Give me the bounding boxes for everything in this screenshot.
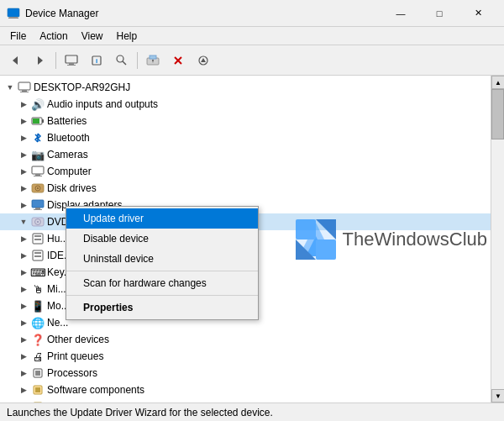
key-icon: ⌨ (30, 266, 45, 279)
svg-text:i: i (96, 57, 97, 65)
tree-item-other[interactable]: ▶ ❓ Other devices (0, 331, 491, 348)
computer-button[interactable] (60, 49, 83, 72)
print-icon: 🖨 (30, 350, 45, 363)
disk-icon (30, 182, 45, 195)
ctx-scan-hardware[interactable]: Scan for hardware changes (66, 273, 258, 293)
svg-point-30 (37, 187, 39, 189)
back-button[interactable] (3, 49, 27, 72)
scrollbar-up-button[interactable]: ▲ (491, 76, 504, 89)
main-area: ▼ DESKTOP-AR92GHJ ▶ 🔊 Audio inputs and o… (0, 76, 504, 403)
svg-rect-27 (34, 176, 42, 176)
tree-item-proc[interactable]: ▶ Processors (0, 365, 491, 382)
computer-label: Computer (47, 166, 92, 177)
svg-rect-38 (34, 235, 41, 237)
sw-comp-expand-icon[interactable]: ▶ (17, 383, 30, 397)
menu-file[interactable]: File (3, 29, 33, 44)
bluetooth-icon (30, 131, 45, 145)
ctx-properties[interactable]: Properties (66, 297, 258, 318)
scrollbar-down-button[interactable]: ▼ (491, 389, 504, 403)
tree-item-audio[interactable]: ▶ 🔊 Audio inputs and outputs (0, 96, 491, 113)
mi-icon: 🖱 (30, 282, 45, 296)
toolbar-sep-1 (55, 52, 56, 69)
hu-expand-icon[interactable]: ▶ (17, 232, 30, 245)
key-expand-icon[interactable]: ▶ (17, 266, 30, 279)
dvd-expand-icon[interactable]: ▼ (17, 215, 30, 229)
print-expand-icon[interactable]: ▶ (17, 350, 30, 363)
window-controls: — □ ✕ (381, 0, 497, 27)
tree-item-cameras[interactable]: ▶ 📷 Cameras (0, 146, 491, 163)
menu-help[interactable]: Help (110, 29, 144, 44)
uninstall-button[interactable] (166, 49, 190, 72)
ne-expand-icon[interactable]: ▶ (17, 316, 30, 329)
disk-label: Disk drives (47, 182, 97, 194)
svg-rect-6 (69, 63, 74, 65)
display-expand-icon[interactable]: ▶ (17, 198, 30, 212)
computer-expand-icon[interactable]: ▶ (17, 165, 30, 178)
audio-expand-icon[interactable]: ▶ (17, 97, 30, 111)
ctx-disable-device[interactable]: Disable device (66, 229, 258, 249)
svg-rect-7 (67, 65, 76, 66)
toolbar-sep-2 (137, 52, 138, 69)
dvd-icon (30, 215, 45, 229)
sw-dev-label: Software devices (47, 401, 123, 403)
ctx-uninstall-device[interactable]: Uninstall device (66, 249, 258, 269)
menu-view[interactable]: View (75, 29, 110, 44)
disk-expand-icon[interactable]: ▶ (17, 182, 30, 195)
update-driver-toolbar-button[interactable] (141, 49, 165, 72)
computer-icon (30, 165, 45, 178)
svg-rect-44 (35, 371, 40, 376)
tree-item-sw-comp[interactable]: ▶ Software components (0, 382, 491, 398)
sw-dev-icon (30, 400, 45, 403)
sw-dev-expand-icon[interactable]: ▶ (17, 400, 30, 403)
bluetooth-label: Bluetooth (47, 132, 90, 144)
root-label: DESKTOP-AR92GHJ (34, 82, 130, 93)
sw-comp-icon (30, 383, 45, 397)
ctx-update-driver[interactable]: Update driver (66, 208, 258, 229)
menu-bar: File Action View Help (0, 27, 504, 45)
svg-point-10 (117, 55, 123, 62)
proc-expand-icon[interactable]: ▶ (17, 366, 30, 380)
tree-item-print[interactable]: ▶ 🖨 Print queues (0, 348, 491, 365)
close-button[interactable]: ✕ (459, 0, 497, 27)
menu-action[interactable]: Action (33, 29, 74, 44)
forward-button[interactable] (29, 49, 52, 72)
svg-rect-23 (42, 119, 44, 123)
svg-line-11 (123, 61, 126, 65)
svg-rect-13 (150, 55, 156, 59)
cameras-expand-icon[interactable]: ▶ (17, 148, 30, 161)
scrollbar[interactable]: ▲ ▼ (491, 76, 504, 403)
other-icon: ❓ (30, 333, 45, 346)
ne-icon: 🌐 (30, 316, 45, 329)
svg-rect-19 (18, 82, 30, 90)
scrollbar-thumb[interactable] (491, 89, 504, 139)
tree-item-sw-dev[interactable]: ▶ Software devices (0, 398, 491, 403)
mo-icon: 📱 (30, 299, 45, 313)
scan-button[interactable] (192, 49, 215, 72)
mi-expand-icon[interactable]: ▶ (17, 282, 30, 296)
batteries-expand-icon[interactable]: ▶ (17, 114, 30, 128)
maximize-button[interactable]: □ (420, 0, 459, 27)
tree-item-batteries[interactable]: ▶ Batteries (0, 113, 491, 129)
tree-item-computer[interactable]: ▶ Computer (0, 163, 491, 180)
tree-item-disk[interactable]: ▶ Disk drives (0, 180, 491, 197)
ide-expand-icon[interactable]: ▶ (17, 249, 30, 262)
proc-label: Processors (47, 367, 97, 379)
other-expand-icon[interactable]: ▶ (17, 333, 30, 346)
tree-root[interactable]: ▼ DESKTOP-AR92GHJ (0, 79, 491, 96)
minimize-button[interactable]: — (381, 0, 420, 27)
ide-icon (30, 249, 45, 262)
proc-icon (30, 366, 45, 380)
hu-icon (30, 232, 45, 245)
batteries-label: Batteries (47, 115, 87, 127)
root-expand-icon[interactable]: ▼ (3, 81, 17, 94)
app-icon (7, 7, 20, 20)
svg-rect-21 (20, 92, 29, 92)
search-button[interactable] (110, 49, 134, 72)
mi-label: Mi... (47, 283, 66, 295)
scrollbar-thumb-area (491, 89, 504, 389)
status-bar: Launches the Update Driver Wizard for th… (0, 403, 504, 421)
mo-expand-icon[interactable]: ▶ (17, 299, 30, 313)
tree-item-bluetooth[interactable]: ▶ Bluetooth (0, 129, 491, 146)
properties-button[interactable]: i (85, 49, 108, 72)
bluetooth-expand-icon[interactable]: ▶ (17, 131, 30, 145)
